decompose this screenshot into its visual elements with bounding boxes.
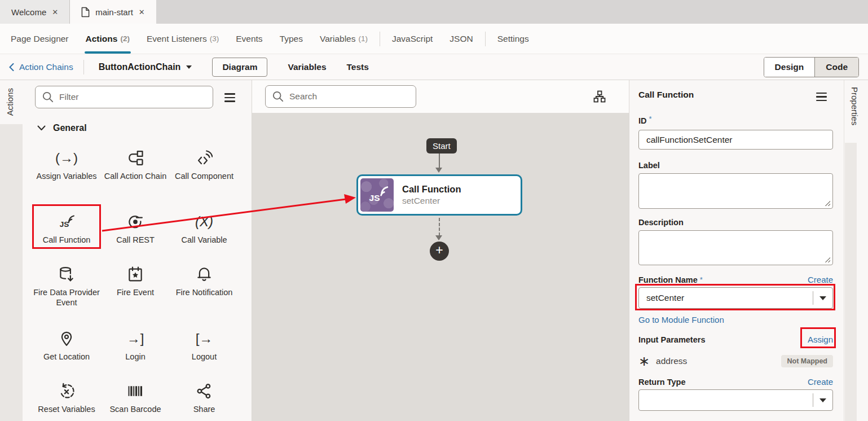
assign-variables-icon: (→) [32,147,101,169]
connector-line [439,154,440,168]
diagram-search-box [265,85,416,108]
start-node: Start [426,138,457,154]
code-button[interactable]: Code [814,58,858,77]
window-tab-strip: Welcome ✕ main-start ✕ [0,0,868,24]
diagram-search-input[interactable] [289,91,409,102]
palette-item-assign-variables[interactable]: (→) Assign Variables [32,147,101,181]
function-create-link[interactable]: Create [808,275,833,284]
function-name-select[interactable]: setCenter [638,287,833,309]
id-input[interactable] [638,130,833,150]
chevron-down-icon[interactable] [813,293,832,304]
palette-item-call-function[interactable]: JS Call Function [32,211,101,245]
palette-item-fire-event[interactable]: Fire Event [101,263,170,308]
tab-actions[interactable]: Actions(2) [77,24,138,54]
svg-text:JS: JS [369,193,380,203]
go-to-module-function-link[interactable]: Go to Module Function [638,315,724,324]
required-asterisk: * [649,115,652,123]
not-mapped-badge: Not Mapped [781,355,833,367]
search-icon [272,91,284,102]
js-function-icon: JS [360,178,394,212]
palette-item-reset-variables[interactable]: Reset Variables [32,380,101,414]
resize-grip-icon[interactable] [824,256,830,262]
palette-item-logout[interactable]: [→ Logout [170,327,239,362]
palette-item-scan-barcode[interactable]: Scan Barcode [101,380,170,414]
search-icon [42,91,54,103]
parameter-name: address [656,356,687,366]
palette-item-call-rest[interactable]: Call REST [101,211,170,245]
tab-json[interactable]: JSON [441,24,481,54]
design-code-toggle: Design Code [764,57,859,77]
reset-variables-icon [32,380,101,402]
action-chain-toolbar: Action Chains ButtonActionChain Diagram … [0,54,868,80]
palette-item-fire-data-provider-event[interactable]: Fire Data Provider Event [32,263,101,308]
return-type-create-link[interactable]: Create [808,377,833,387]
tab-tests[interactable]: Tests [347,62,369,72]
assign-link[interactable]: Assign [808,335,833,344]
layout-hierarchy-icon[interactable] [593,90,606,103]
palette-item-call-action-chain[interactable]: Call Action Chain [101,147,170,181]
tab-main-start[interactable]: main-start ✕ [70,0,156,24]
module-tab-bar: Page Designer Actions(2) Event Listeners… [0,24,868,54]
chevron-down-icon[interactable] [813,395,832,406]
divider [83,60,84,74]
parameter-row: ∗ address Not Mapped [638,354,833,368]
svg-text:JS: JS [60,220,69,229]
palette-item-fire-notification[interactable]: Fire Notification [170,263,239,308]
resize-grip-icon[interactable] [824,200,830,206]
chevron-down-icon[interactable] [186,65,192,72]
palette-item-login[interactable]: →] Login [101,327,170,362]
tab-page-designer[interactable]: Page Designer [2,24,77,54]
actions-count: (2) [120,34,130,43]
action-chain-canvas[interactable]: Start JS Call Function setCenter + [252,113,629,421]
right-tab-rail: Properties [844,80,868,421]
palette-item-share[interactable]: Share [170,380,239,414]
back-to-action-chains-link[interactable]: Action Chains [9,62,73,72]
close-icon[interactable]: ✕ [139,8,145,16]
chevron-down-icon [37,125,46,131]
tab-javascript[interactable]: JavaScript [384,24,441,54]
return-type-select[interactable] [638,389,833,411]
palette-item-call-variable[interactable]: (X) Call Variable [170,211,239,245]
parameter-asterisk-icon: ∗ [638,354,650,368]
tab-variables[interactable]: Variables(1) [311,24,376,54]
share-icon [170,380,239,402]
label-textarea[interactable] [638,173,833,209]
tab-settings[interactable]: Settings [489,24,537,54]
properties-title: Call Function [638,90,694,100]
properties-menu-icon[interactable] [816,91,827,101]
tab-diagram[interactable]: Diagram [212,58,267,77]
add-action-button[interactable]: + [430,242,449,261]
call-function-icon: JS [32,211,101,233]
description-textarea[interactable] [638,230,833,265]
fire-data-provider-event-icon [32,263,101,286]
palette-menu-icon[interactable] [224,92,235,102]
chain-name: ButtonActionChain [99,62,181,72]
tab-event-listeners[interactable]: Event Listeners(3) [138,24,227,54]
design-button[interactable]: Design [764,58,815,77]
call-function-node[interactable]: JS Call Function setCenter [356,174,522,216]
tab-welcome[interactable]: Welcome ✕ [0,0,70,24]
call-rest-icon [101,211,170,233]
node-title: Call Function [402,184,461,195]
close-icon[interactable]: ✕ [52,8,58,16]
palette-filter-input[interactable] [59,92,206,102]
tab-types[interactable]: Types [271,24,311,54]
diagram-area: Start JS Call Function setCenter + [252,80,629,421]
tab-main-start-label: main-start [95,7,133,17]
input-parameters-label: Input Parameters [638,335,705,344]
fire-notification-icon [170,263,239,286]
palette-item-get-location[interactable]: Get Location [32,327,101,362]
palette-item-call-component[interactable]: Call Component [170,147,239,181]
palette-scrollbar[interactable] [0,124,23,421]
get-location-icon [32,327,101,350]
properties-scrollbar[interactable] [845,143,857,421]
tab-variables-view[interactable]: Variables [288,62,326,72]
document-icon [81,7,90,17]
tab-welcome-label: Welcome [11,7,46,17]
divider [485,32,486,46]
properties-panel-tab[interactable]: Properties [850,87,860,125]
actions-palette: General (→) Assign Variables Call Action… [23,80,252,421]
actions-panel-tab[interactable]: Actions [5,88,15,116]
tab-events[interactable]: Events [227,24,271,54]
section-general[interactable]: General [37,123,252,133]
